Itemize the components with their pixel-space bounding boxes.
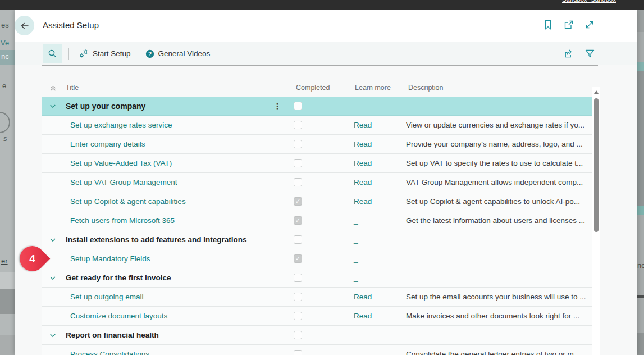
learn-more-link[interactable]: _ — [353, 331, 358, 339]
learn-more-link[interactable]: Read — [353, 159, 372, 167]
row-title-link[interactable]: Set up exchange rates service — [63, 121, 172, 129]
row-title-link[interactable]: Set up Value-Added Tax (VAT) — [63, 159, 172, 167]
toolbar-rule — [42, 65, 598, 66]
group-row[interactable]: Report on financial health_ — [42, 326, 592, 345]
start-setup-button[interactable]: Start Setup — [79, 49, 131, 58]
general-videos-button[interactable]: ? General Videos — [145, 49, 211, 58]
learn-more-cell: _ — [353, 331, 406, 339]
completed-checkbox[interactable] — [294, 293, 302, 301]
completed-cell — [294, 312, 353, 320]
background-block — [637, 62, 644, 71]
row-title-link[interactable]: Report on financial health — [63, 331, 159, 339]
learn-more-link[interactable]: Read — [353, 121, 372, 129]
completed-checkbox[interactable] — [294, 331, 302, 339]
title-cell: Set up Value-Added Tax (VAT) — [63, 159, 294, 167]
page-title: Assisted Setup — [43, 20, 99, 30]
task-row[interactable]: Set up VAT Group ManagementReadVAT Group… — [42, 173, 592, 192]
learn-more-cell: Read — [353, 140, 406, 148]
row-title-link[interactable]: Set up VAT Group Management — [63, 178, 177, 186]
row-title-link[interactable]: Enter company details — [63, 140, 145, 148]
row-title-link[interactable]: Process Consolidations — [63, 350, 149, 355]
completed-checkbox[interactable] — [294, 350, 302, 355]
row-menu-icon[interactable]: ⋮ — [273, 102, 281, 110]
group-row[interactable]: Get ready for the first invoice_ — [42, 268, 592, 288]
learn-more-link[interactable]: Read — [353, 140, 372, 148]
row-title-link[interactable]: Setup Mandatory Fields — [63, 254, 150, 263]
chevron-down-icon[interactable] — [49, 332, 56, 339]
chevron-down-icon[interactable] — [49, 275, 56, 281]
row-title-link[interactable]: Set up your company — [63, 102, 145, 111]
row-title-link[interactable]: Fetch users from Microsoft 365 — [63, 216, 175, 225]
completed-checkbox[interactable] — [294, 121, 302, 129]
title-cell: Process Consolidations — [63, 350, 294, 355]
share-icon[interactable] — [563, 49, 573, 59]
task-row[interactable]: Fetch users from Microsoft 365✓_Get the … — [42, 211, 592, 230]
task-row[interactable]: Set up exchange rates serviceReadView or… — [42, 116, 592, 135]
callout-number: 4 — [20, 246, 45, 271]
completed-checkbox[interactable]: ✓ — [294, 197, 302, 206]
expand-icon[interactable] — [584, 20, 595, 30]
background-block — [637, 206, 644, 215]
completed-checkbox[interactable] — [294, 312, 302, 320]
completed-checkbox[interactable] — [294, 274, 302, 282]
completed-checkbox[interactable]: ✓ — [294, 254, 302, 263]
column-header-learn-more[interactable]: Learn more — [355, 84, 408, 92]
completed-cell — [294, 102, 353, 110]
learn-more-link[interactable]: Read — [353, 197, 372, 206]
collapse-all-icon[interactable] — [49, 84, 57, 92]
filter-icon[interactable] — [584, 49, 595, 59]
group-row[interactable]: Set up your company⋮_ — [42, 97, 592, 116]
completed-checkbox[interactable] — [294, 159, 302, 167]
svg-text:?: ? — [148, 51, 151, 57]
task-row[interactable]: Customize document layoutsReadMake invoi… — [42, 307, 592, 326]
scroll-up-arrow-icon[interactable] — [594, 90, 599, 94]
chevron-down-icon[interactable] — [49, 236, 56, 243]
learn-more-cell: _ — [353, 254, 406, 263]
completed-cell — [294, 235, 353, 244]
completed-cell: ✓ — [294, 254, 353, 263]
column-header-title[interactable]: Title — [63, 84, 296, 92]
completed-checkbox[interactable] — [294, 235, 302, 244]
completed-checkbox[interactable] — [294, 140, 302, 148]
learn-more-link[interactable]: _ — [353, 216, 358, 225]
row-title-link[interactable]: Get ready for the first invoice — [63, 274, 171, 282]
completed-cell — [294, 140, 353, 148]
row-title-link[interactable]: Set up outgoing email — [63, 293, 144, 301]
learn-more-link[interactable]: _ — [353, 254, 358, 263]
task-row[interactable]: Set up Copilot & agent capabilities✓Read… — [42, 192, 592, 211]
column-header-description[interactable]: Description — [408, 84, 592, 92]
task-row[interactable]: Set up outgoing emailReadSet up the emai… — [42, 288, 592, 307]
background-block — [637, 71, 644, 206]
bookmark-icon[interactable] — [543, 20, 553, 30]
scrollbar-thumb[interactable] — [594, 98, 599, 232]
completed-cell: ✓ — [294, 216, 353, 225]
environment-label[interactable]: Sandbox_Sandbox — [562, 0, 616, 3]
task-row[interactable]: Process ConsolidationsConsolidate the ge… — [42, 345, 592, 355]
chevron-down-icon[interactable] — [49, 103, 56, 110]
task-row[interactable]: Set up Value-Added Tax (VAT)ReadSet up V… — [42, 154, 592, 173]
group-row[interactable]: Install extensions to add features and i… — [42, 230, 592, 249]
completed-checkbox[interactable] — [294, 178, 302, 186]
search-button[interactable] — [43, 44, 62, 63]
learn-more-link[interactable]: _ — [353, 274, 358, 282]
back-button[interactable] — [15, 16, 34, 35]
task-row[interactable]: Enter company detailsReadProvide your co… — [42, 135, 592, 154]
learn-more-link[interactable]: _ — [353, 102, 358, 110]
row-title-link[interactable]: Customize document layouts — [63, 312, 167, 320]
row-description: Provide your company's name, address, lo… — [406, 140, 592, 148]
open-in-new-window-icon[interactable] — [564, 20, 574, 30]
completed-checkbox[interactable]: ✓ — [294, 216, 302, 225]
row-title-link[interactable]: Set up Copilot & agent capabilities — [63, 197, 186, 206]
learn-more-cell: Read — [353, 178, 406, 186]
completed-checkbox[interactable] — [294, 102, 302, 110]
learn-more-link[interactable]: Read — [353, 312, 372, 320]
learn-more-link[interactable]: Read — [353, 178, 372, 186]
annotation-callout-4: 4 — [15, 241, 51, 277]
learn-more-link[interactable]: _ — [353, 235, 358, 244]
row-title-link[interactable]: Install extensions to add features and i… — [63, 235, 247, 244]
column-header-completed[interactable]: Completed — [296, 84, 355, 92]
learn-more-link[interactable]: Read — [353, 293, 372, 301]
task-row[interactable]: Setup Mandatory Fields✓_ — [42, 249, 592, 268]
vertical-scrollbar[interactable] — [592, 87, 600, 355]
background-block — [637, 10, 644, 32]
